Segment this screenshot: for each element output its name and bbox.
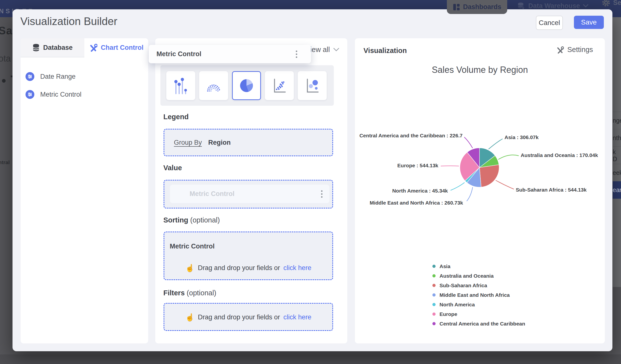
tune-icon: [26, 90, 34, 99]
slice-callout-label: Central America and the Caribbean : 226.…: [359, 133, 463, 138]
sidebar-item-date-range[interactable]: Date Range: [26, 70, 141, 83]
legend-item[interactable]: Central America and the Caribbean: [432, 319, 525, 329]
slice-callout-label: Australia and Oceania : 170.04k: [521, 152, 598, 158]
kebab-menu-icon[interactable]: [296, 51, 297, 58]
click-here-link[interactable]: click here: [284, 264, 311, 272]
callout-line: [498, 155, 519, 159]
chart-type-lollipop[interactable]: [166, 71, 195, 100]
hand-pointer-icon: ☝: [185, 264, 194, 272]
database-icon: [32, 43, 40, 52]
legend-label: Central America and the Caribbean: [440, 321, 525, 327]
dimmed-menu-item: nth: [613, 129, 621, 147]
group-by-row: Group By Region: [174, 130, 231, 156]
dimmed-dropdown-menu: ngenthk Deekear: [613, 17, 621, 287]
callout-line: [467, 187, 473, 201]
group-by-value: Region: [208, 139, 231, 146]
legend-item[interactable]: North America: [432, 300, 525, 309]
lollipop-chart-icon: [172, 74, 189, 97]
chart-type-scatter[interactable]: [265, 71, 294, 100]
chart-type-arc[interactable]: [199, 71, 228, 100]
value-heading: Value: [163, 164, 182, 172]
legend-item[interactable]: Sub-Saharan Africa: [432, 281, 525, 290]
legend-label: Australia and Oceania: [440, 273, 494, 279]
click-here-link[interactable]: click here: [284, 313, 311, 321]
legend-label: Middle East and North Africa: [440, 292, 510, 298]
arc-dot-chart-icon: [204, 74, 223, 97]
slice-callout-label: Europe : 544.13k: [397, 163, 438, 168]
sorting-dropzone[interactable]: Metric Control ☝ Drag and drop your fiel…: [164, 232, 333, 280]
dashboards-icon: [453, 3, 460, 11]
legend-heading: Legend: [163, 113, 189, 121]
dimmed-bottom-strip: [0, 354, 621, 364]
callout-line: [450, 182, 465, 190]
dimmed-menu-item: ear: [613, 181, 621, 199]
legend-item[interactable]: Europe: [432, 309, 525, 319]
filters-heading: Filters (optional): [163, 289, 216, 297]
field-label: Metric Control: [156, 50, 201, 58]
slice-callout-label: Sub-Saharan Africa : 544.13k: [516, 187, 587, 192]
legend-dot-icon: [432, 303, 436, 306]
tab-chart-control[interactable]: Chart Control: [84, 38, 148, 57]
drop-hint-row: ☝ Drag and drop your fields or click her…: [164, 313, 332, 322]
chart-type-pie-selected[interactable]: [232, 71, 261, 100]
dimmed-label-fragment: ntral: [0, 159, 10, 165]
chevron-down-icon: [583, 4, 588, 8]
sorting-heading: Sorting (optional): [163, 216, 220, 224]
sorting-field-label: Metric Control: [170, 243, 215, 250]
group-by-link[interactable]: Group By: [174, 139, 202, 146]
legend-dropzone[interactable]: Group By Region: [164, 129, 333, 156]
cancel-button[interactable]: Cancel: [536, 16, 563, 30]
tab-database[interactable]: Database: [21, 38, 84, 57]
dimmed-bullet: [2, 79, 6, 83]
hand-pointer-icon: ☝: [185, 313, 194, 322]
pie-slice-sub-saharan-africa[interactable]: [480, 165, 499, 187]
value-field-placeholder: Metric Control: [170, 185, 329, 203]
legend-label: Europe: [440, 311, 457, 317]
modal-title: Visualization Builder: [20, 15, 117, 27]
chart-type-strip: [160, 65, 334, 106]
save-button[interactable]: Save: [574, 16, 604, 29]
screen: NSIDER Data Warehouse Se: [0, 0, 621, 364]
filters-dropzone[interactable]: ☝ Drag and drop your fields or click her…: [164, 303, 333, 331]
value-dropzone[interactable]: Metric Control: [164, 180, 333, 208]
optional-label: (optional): [187, 289, 216, 297]
chart-config-panel: Type View all: [155, 38, 347, 343]
dimmed-menu-item: eek: [613, 164, 621, 182]
drop-hint-row: ☝ Drag and drop your fields or click her…: [164, 264, 332, 272]
nav-item-label: Dashboards: [463, 3, 501, 11]
drop-hint-text: Drag and drop your fields or: [198, 313, 280, 321]
sidebar-item-metric-control[interactable]: Metric Control: [26, 88, 141, 101]
chevron-down-icon: [333, 48, 339, 52]
tab-label: Chart Control: [101, 44, 143, 52]
pie-chart-icon: [237, 74, 256, 97]
legend-dot-icon: [432, 265, 436, 268]
tools-icon: [89, 43, 97, 52]
legend-label: Asia: [440, 263, 450, 269]
dimmed-menu-item: nge: [613, 112, 621, 129]
sidebar-item-label: Metric Control: [40, 91, 81, 98]
legend-dot-icon: [432, 312, 436, 316]
dragging-field-card[interactable]: Metric Control: [149, 45, 311, 63]
legend-dot-icon: [432, 322, 436, 325]
nav-item-settings[interactable]: Se: [601, 0, 621, 7]
callout-line: [441, 166, 459, 166]
legend-item[interactable]: Asia: [432, 261, 525, 271]
kebab-menu-icon[interactable]: [321, 190, 323, 198]
data-warehouse-icon: [517, 2, 525, 10]
nav-item-dashboards[interactable]: Dashboards: [447, 0, 507, 14]
chart-type-bubble[interactable]: [298, 71, 327, 100]
legend-dot-icon: [432, 274, 436, 277]
callout-line: [464, 137, 473, 148]
visualization-preview-panel: Visualization Settings Sales Volume by R…: [355, 38, 605, 343]
nav-item-label: Se: [613, 0, 621, 7]
chart-legend: AsiaAustralia and OceaniaSub-Saharan Afr…: [432, 261, 525, 329]
slice-callout-label: Middle East and North Africa : 260.73k: [370, 200, 463, 206]
callout-line: [496, 180, 514, 189]
slice-callout-label: Asia : 306.07k: [504, 134, 539, 140]
nav-item-label: Data Warehouse: [528, 2, 580, 10]
visualization-builder-modal: Visualization Builder Cancel Save Databa…: [13, 9, 612, 351]
legend-label: North America: [440, 302, 475, 308]
tune-icon: [26, 72, 34, 81]
legend-item[interactable]: Australia and Oceania: [432, 271, 525, 281]
legend-item[interactable]: Middle East and North Africa: [432, 290, 525, 300]
